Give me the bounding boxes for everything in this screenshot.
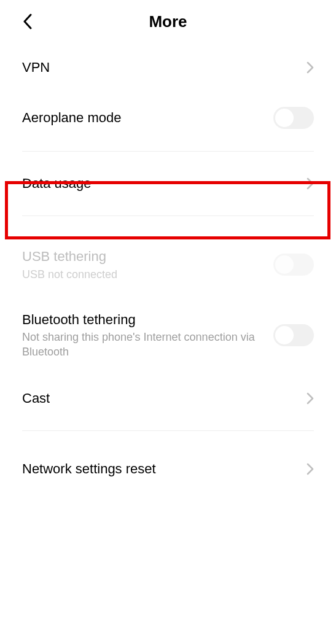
usb-tethering-toggle — [273, 254, 314, 276]
vpn-label: VPN — [22, 59, 307, 76]
bluetooth-tethering-label: Bluetooth tethering — [22, 311, 273, 328]
data-usage-item[interactable]: Data usage — [0, 159, 336, 208]
back-button[interactable] — [18, 12, 37, 31]
usb-tethering-item: USB tethering USB not connected — [0, 223, 336, 297]
aeroplane-mode-label: Aeroplane mode — [22, 109, 273, 126]
chevron-right-icon — [307, 177, 314, 190]
usb-tethering-sub: USB not connected — [22, 268, 273, 282]
chevron-right-icon — [307, 61, 314, 74]
data-usage-label: Data usage — [22, 175, 307, 192]
toggle-knob — [275, 255, 294, 274]
cast-label: Cast — [22, 390, 307, 407]
toggle-knob — [275, 109, 294, 127]
divider — [22, 430, 314, 431]
chevron-right-icon — [307, 392, 314, 405]
aeroplane-mode-item[interactable]: Aeroplane mode — [0, 92, 336, 144]
page-title: More — [18, 12, 318, 31]
chevron-right-icon — [307, 463, 314, 475]
divider — [22, 215, 314, 216]
header: More — [0, 0, 336, 43]
divider — [22, 151, 314, 152]
usb-tethering-label: USB tethering — [22, 248, 273, 265]
network-settings-reset-item[interactable]: Network settings reset — [0, 438, 336, 492]
back-icon — [23, 14, 33, 29]
bluetooth-tethering-sub: Not sharing this phone's Internet connec… — [22, 330, 273, 359]
cast-item[interactable]: Cast — [0, 374, 336, 423]
bluetooth-tethering-toggle[interactable] — [273, 324, 314, 346]
vpn-item[interactable]: VPN — [0, 43, 336, 92]
network-settings-reset-label: Network settings reset — [22, 460, 307, 478]
bluetooth-tethering-item[interactable]: Bluetooth tethering Not sharing this pho… — [0, 297, 336, 374]
toggle-knob — [275, 326, 294, 344]
settings-list: VPN Aeroplane mode Data usage USB tether… — [0, 43, 336, 492]
aeroplane-mode-toggle[interactable] — [273, 107, 314, 129]
